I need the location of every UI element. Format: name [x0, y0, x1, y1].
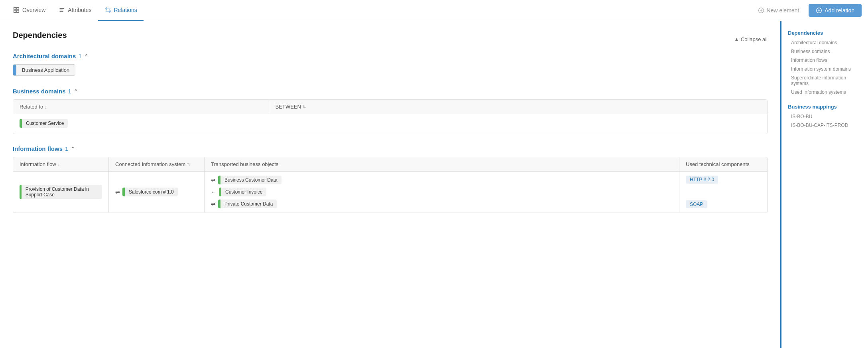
if-connected-sort-icon[interactable]: ⇅ [187, 162, 190, 166]
customer-service-tag[interactable]: Customer Service [20, 119, 68, 128]
top-nav: Overview Attributes Relations New elemen… [0, 0, 868, 21]
connected-tag-label: Salesforce.com # 1.0 [125, 188, 178, 196]
svg-rect-0 [14, 8, 16, 10]
right-sidebar: Dependencies Architectural domains Busin… [780, 21, 868, 348]
overview-icon [13, 6, 20, 14]
collapse-all-button[interactable]: ▲ Collapse all [734, 36, 768, 42]
customer-invoice-tag[interactable]: Customer Invoice [219, 188, 266, 196]
if-cell-flow-name: Provision of Customer Data in Support Ca… [13, 172, 109, 212]
sidebar-dependencies-label[interactable]: Dependencies [781, 28, 868, 38]
if-col-connected: Connected Information system ⇅ [109, 157, 205, 171]
if-col-tech: Used technical components [679, 157, 767, 171]
tech-component-2: SOAP [686, 200, 707, 208]
bo1-label: Business Customer Data [220, 176, 281, 184]
tab-overview[interactable]: Overview [6, 0, 52, 21]
architectural-domains-title: Architectural domains 1 ⌃ [13, 53, 768, 59]
tab-relations-label: Relations [114, 7, 137, 13]
related-to-label: Related to [20, 104, 43, 110]
tab-relations[interactable]: Relations [98, 0, 144, 21]
sidebar-item-is-bo-bu[interactable]: IS-BO-BU [781, 112, 868, 121]
information-flows-section: Information flows 1 ⌃ Information flow ↓… [13, 145, 768, 213]
architectural-domains-section: Architectural domains 1 ⌃ Business Appli… [13, 53, 768, 77]
chevron-up-icon: ▲ [734, 36, 739, 42]
nav-actions: New element Add relation [752, 4, 862, 17]
bd-col-between: BETWEEN ⇅ [269, 100, 767, 114]
architectural-domain-item[interactable]: Business Application [13, 64, 75, 76]
related-sort-icon[interactable]: ↓ [45, 105, 47, 109]
business-domains-chevron[interactable]: ⌃ [74, 89, 78, 94]
add-relation-button[interactable]: Add relation [809, 4, 862, 17]
if-col-flow-label: Information flow [20, 161, 56, 167]
if-col-objects-label: Transported business objects [211, 161, 278, 167]
business-object-row-3: ⇌ Private Customer Data [211, 200, 277, 208]
sidebar-item-information-flows[interactable]: Information flows [781, 56, 868, 65]
attributes-icon [58, 6, 65, 14]
tab-attributes-label: Attributes [68, 7, 91, 13]
business-customer-data-tag[interactable]: Business Customer Data [218, 176, 281, 184]
new-element-label: New element [767, 7, 799, 14]
page-header: Dependencies ▲ Collapse all [13, 31, 768, 48]
sidebar-item-information-system-domains[interactable]: Information system domains [781, 65, 868, 73]
if-flow-sort-icon[interactable]: ↓ [58, 162, 60, 167]
information-flows-count: 1 [65, 145, 68, 152]
bd-row-right [267, 119, 761, 129]
if-table-row: Provision of Customer Data in Support Ca… [13, 172, 767, 213]
svg-rect-2 [14, 10, 16, 12]
if-table-header: Information flow ↓ Connected Information… [13, 157, 767, 172]
flow-name-tag[interactable]: Provision of Customer Data in Support Ca… [20, 185, 102, 199]
main-content: Dependencies ▲ Collapse all Architectura… [0, 21, 780, 348]
page-title: Dependencies [13, 31, 67, 40]
flow-tag-label: Provision of Customer Data in Support Ca… [22, 185, 102, 199]
if-col-objects: Transported business objects [205, 157, 679, 171]
arch-item-color-bar [13, 65, 16, 75]
if-col-tech-label: Used technical components [686, 161, 750, 167]
sidebar-item-is-bo-bu-cap[interactable]: IS-BO-BU-CAP-ITS-PROD [781, 121, 868, 130]
sidebar-item-superordinate[interactable]: Superordinate information systems [781, 73, 868, 88]
business-object-row-1: ⇌ Business Customer Data [211, 176, 281, 184]
business-domains-label: Business domains [13, 88, 66, 95]
private-customer-data-tag[interactable]: Private Customer Data [218, 200, 277, 208]
business-object-row-2: ← Customer Invoice [211, 188, 266, 196]
between-sort-icon[interactable]: ⇅ [303, 105, 306, 109]
business-domains-count: 1 [68, 88, 71, 95]
exchange-icon-3: ⇌ [211, 201, 216, 207]
if-cell-connected: ⇌ Salesforce.com # 1.0 [109, 172, 205, 212]
architectural-domains-chevron[interactable]: ⌃ [84, 53, 88, 59]
bd-table-row: Customer Service [13, 114, 767, 134]
arrow-icon-2: ← [211, 189, 217, 195]
information-flows-label: Information flows [13, 145, 63, 152]
svg-rect-1 [17, 8, 19, 10]
business-domains-table: Related to ↓ BETWEEN ⇅ Customer Service [13, 99, 768, 134]
business-domains-section: Business domains 1 ⌃ Related to ↓ BETWEE… [13, 88, 768, 134]
tab-overview-label: Overview [22, 7, 45, 13]
new-element-button[interactable]: New element [752, 4, 806, 17]
architectural-domains-label: Architectural domains [13, 53, 76, 59]
information-flows-chevron[interactable]: ⌃ [71, 146, 75, 152]
sidebar-item-business-domains[interactable]: Business domains [781, 47, 868, 56]
sidebar-business-mappings-label[interactable]: Business mappings [781, 101, 868, 112]
bd-table-header: Related to ↓ BETWEEN ⇅ [13, 100, 767, 114]
if-col-connected-label: Connected Information system [115, 161, 185, 167]
between-label: BETWEEN [276, 104, 301, 110]
bo3-label: Private Customer Data [220, 200, 277, 208]
collapse-all-label: Collapse all [741, 36, 768, 42]
connected-exchange-icon: ⇌ [115, 189, 120, 195]
add-relation-label: Add relation [825, 7, 854, 14]
exchange-icon-1: ⇌ [211, 177, 216, 183]
sidebar-item-architectural-domains[interactable]: Architectural domains [781, 38, 868, 47]
arch-item-label: Business Application [16, 65, 75, 75]
tab-attributes[interactable]: Attributes [52, 0, 98, 21]
if-cell-tech: HTTP # 2.0 SOAP [679, 172, 767, 212]
architectural-domains-count: 1 [78, 53, 81, 59]
sidebar-item-used-information-systems[interactable]: Used information systems [781, 88, 868, 97]
business-domains-title: Business domains 1 ⌃ [13, 88, 768, 95]
connected-system-tag[interactable]: Salesforce.com # 1.0 [122, 188, 178, 196]
bd-col-related: Related to ↓ [13, 100, 269, 114]
http-tag[interactable]: HTTP # 2.0 [686, 176, 718, 184]
layout: Dependencies ▲ Collapse all Architectura… [0, 21, 868, 348]
tag-label: Customer Service [22, 119, 68, 128]
tech-component-1: HTTP # 2.0 [686, 176, 718, 184]
information-flows-title: Information flows 1 ⌃ [13, 145, 768, 152]
add-relation-icon [816, 7, 822, 14]
soap-tag[interactable]: SOAP [686, 200, 707, 208]
